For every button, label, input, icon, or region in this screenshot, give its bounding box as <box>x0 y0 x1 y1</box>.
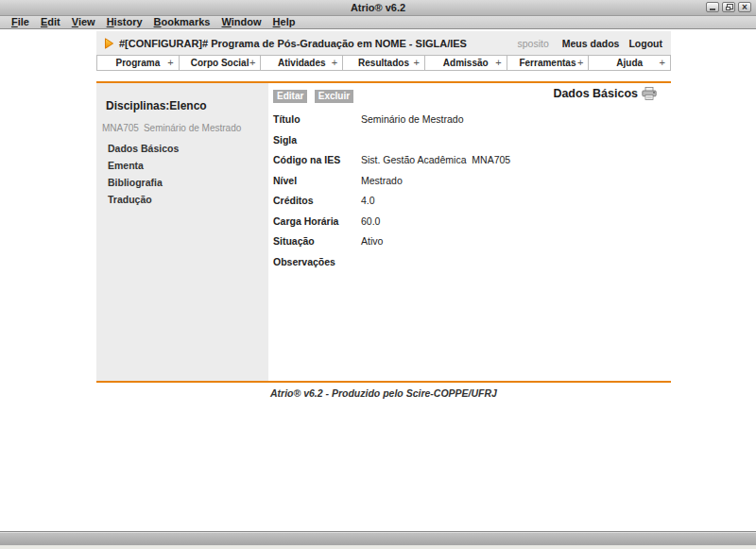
menu-file[interactable]: File <box>6 16 35 28</box>
field-value: 60.0 <box>361 215 380 227</box>
page-content: #[CONFIGURAR]# Programa de Pós-Graduação… <box>96 31 671 399</box>
tab-expand-plus-icon[interactable]: + <box>660 57 665 68</box>
field-row-creditos: Créditos 4.0 <box>273 195 657 215</box>
menu-help[interactable]: Help <box>267 16 301 28</box>
tab-programa[interactable]: Programa + <box>96 55 180 71</box>
tab-expand-plus-icon[interactable]: + <box>413 57 419 68</box>
action-buttons: Editar Excluir <box>273 86 356 103</box>
app-window: Atrio® v6.2 File Edit View History Bookm… <box>0 0 756 549</box>
page-header: #[CONFIGURAR]# Programa de Pós-Graduação… <box>96 31 671 55</box>
section-heading-label: Dados Básicos <box>553 87 638 100</box>
field-row-titulo: Título Seminário de Mestrado <box>273 113 657 134</box>
excluir-button[interactable]: Excluir <box>315 90 353 103</box>
discipline-context: MNA705Seminário de Mestrado <box>102 123 268 133</box>
logout-link[interactable]: Logout <box>628 38 662 49</box>
field-value: Sist. Gestão Acadêmica MNA705 <box>361 154 510 165</box>
tab-atividades[interactable]: Atividades + <box>260 55 343 71</box>
discipline-title: Seminário de Mestrado <box>144 123 241 133</box>
sidebar-item-ementa[interactable]: Ementa <box>108 161 268 171</box>
browser-viewport: #[CONFIGURAR]# Programa de Pós-Graduação… <box>0 29 756 531</box>
close-button[interactable] <box>738 2 751 12</box>
tab-label: Atividades <box>278 58 326 68</box>
field-label: Observações <box>273 256 361 267</box>
field-row-situacao: Situação Ativo <box>273 235 657 256</box>
field-row-nivel: Nível Mestrado <box>273 175 657 196</box>
tab-admissao[interactable]: Admissão + <box>424 55 507 71</box>
title-bar: Atrio® v6.2 <box>0 0 756 16</box>
field-label: Carga Horária <box>273 215 361 227</box>
field-row-sigla: Sigla <box>273 134 657 155</box>
menu-history[interactable]: History <box>101 16 148 28</box>
menu-view[interactable]: View <box>66 16 101 28</box>
menu-bookmarks[interactable]: Bookmarks <box>148 16 216 28</box>
status-bar-band <box>0 531 756 545</box>
tab-resultados[interactable]: Resultados + <box>342 55 425 71</box>
tab-expand-plus-icon[interactable]: + <box>167 57 173 68</box>
menu-window[interactable]: Window <box>216 16 267 28</box>
sidebar-item-traducao[interactable]: Tradução <box>108 195 268 205</box>
field-row-carga-horaria: Carga Horária 60.0 <box>273 215 657 236</box>
status-bar-strip <box>0 545 756 549</box>
field-label: Créditos <box>273 195 361 206</box>
sidebar-item-bibliografia[interactable]: Bibliografia <box>108 178 268 188</box>
fields-list: Título Seminário de Mestrado Sigla Códig… <box>273 113 657 276</box>
orange-arrow-icon <box>104 38 114 49</box>
page-header-band: #[CONFIGURAR]# Programa de Pós-Graduação… <box>96 31 671 71</box>
field-label: Título <box>273 113 361 125</box>
field-row-codigo-ies: Código na IES Sist. Gestão Acadêmica MNA… <box>273 154 657 175</box>
menu-bar: File Edit View History Bookmarks Window … <box>0 16 756 29</box>
sidebar-menu: Dados Básicos Ementa Bibliografia Traduç… <box>96 144 268 205</box>
content-area: Disciplinas:Elenco MNA705Seminário de Me… <box>96 83 671 381</box>
field-value: Ativo <box>361 235 383 247</box>
restore-button[interactable] <box>722 2 735 12</box>
tab-label: Corpo Social <box>191 58 249 68</box>
program-context-title: #[CONFIGURAR]# Programa de Pós-Graduação… <box>119 38 467 49</box>
tab-label: Programa <box>116 58 161 68</box>
menu-edit[interactable]: Edit <box>35 16 66 28</box>
tab-ajuda[interactable]: Ajuda + <box>588 55 671 71</box>
minimize-icon <box>710 9 715 10</box>
tab-ferramentas[interactable]: Ferramentas + <box>507 55 590 71</box>
sidebar-heading: Disciplinas:Elenco <box>106 99 268 112</box>
field-label: Código na IES <box>273 154 361 165</box>
footer-credit: Atrio® v6.2 - Produzido pelo Scire-COPPE… <box>96 383 671 399</box>
tab-label: Ferramentas <box>519 58 576 68</box>
field-label: Sigla <box>273 134 361 146</box>
window-controls <box>706 2 751 12</box>
tab-label: Ajuda <box>616 58 643 68</box>
editar-button[interactable]: Editar <box>273 90 307 103</box>
field-row-observacoes: Observações <box>273 256 657 277</box>
tab-label: Resultados <box>358 58 409 68</box>
header-gap <box>96 71 671 81</box>
field-value: 4.0 <box>361 195 375 206</box>
field-value: Seminário de Mestrado <box>361 113 464 125</box>
username-label: sposito <box>517 38 548 49</box>
tab-expand-plus-icon[interactable]: + <box>495 57 501 68</box>
main-toolbar: Editar Excluir Dados Básicos <box>273 86 657 103</box>
tab-expand-plus-icon[interactable]: + <box>332 57 337 68</box>
minimize-button[interactable] <box>706 2 719 12</box>
sidebar: Disciplinas:Elenco MNA705Seminário de Me… <box>96 83 268 381</box>
meus-dados-link[interactable]: Meus dados <box>562 38 620 49</box>
nav-tabs: Programa + Corpo Social + Atividades + R… <box>96 55 671 71</box>
status-bar <box>0 531 756 549</box>
tab-label: Admissão <box>443 58 489 68</box>
field-label: Situação <box>273 235 361 247</box>
sidebar-item-dados-basicos[interactable]: Dados Básicos <box>108 144 268 154</box>
main-panel: Editar Excluir Dados Básicos <box>268 83 671 381</box>
printer-icon[interactable] <box>642 87 657 100</box>
field-label: Nível <box>273 175 361 186</box>
field-value: Mestrado <box>361 175 403 186</box>
window-title: Atrio® v6.2 <box>0 2 756 13</box>
restore-icon <box>726 7 730 10</box>
section-heading: Dados Básicos <box>553 87 657 100</box>
discipline-code: MNA705 <box>102 123 139 133</box>
tab-expand-plus-icon[interactable]: + <box>249 57 255 68</box>
tab-corpo-social[interactable]: Corpo Social + <box>179 55 262 71</box>
tab-expand-plus-icon[interactable]: + <box>577 57 583 68</box>
